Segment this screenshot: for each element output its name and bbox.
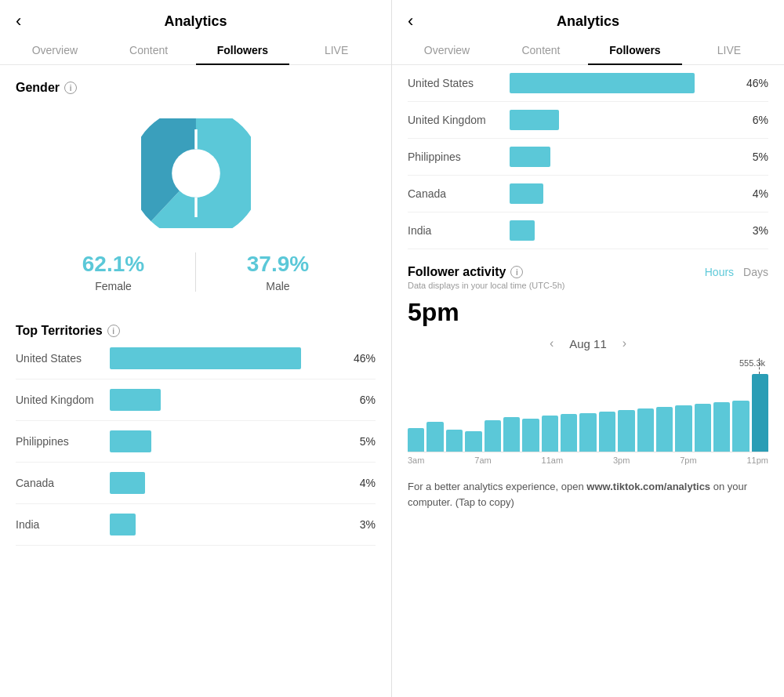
- pie-chart: [141, 118, 251, 228]
- left-panel: ‹ Analytics Overview Content Followers L…: [0, 0, 392, 697]
- chart-x-label: 3pm: [613, 456, 630, 465]
- chart-bar: [426, 422, 443, 452]
- right-territory-bar-container: [510, 110, 735, 130]
- right-tabs: Overview Content Followers LIVE: [392, 36, 784, 65]
- territory-bar-container: [110, 472, 343, 494]
- chart-bar: [732, 401, 749, 452]
- date-nav: ‹ Aug 11 ›: [392, 332, 784, 355]
- male-stat: 37.9% Male: [196, 252, 360, 292]
- territory-bar-container: [110, 347, 343, 369]
- tab-overview-right[interactable]: Overview: [400, 36, 494, 64]
- gender-section-title: Gender i: [0, 65, 391, 95]
- tab-content-right[interactable]: Content: [494, 36, 588, 64]
- right-territory-bar: [510, 147, 550, 167]
- territory-percent: 6%: [350, 394, 376, 406]
- chart-bar: [675, 405, 691, 452]
- territory-percent: 5%: [350, 435, 376, 448]
- right-territory-bar-container: [510, 147, 735, 167]
- toggle-days-button[interactable]: Days: [743, 266, 768, 278]
- territory-name: United Kingdom: [16, 394, 102, 406]
- footer-link: www.tiktok.com/analytics: [586, 481, 710, 492]
- activity-header: Follower activity i Hours Days: [408, 265, 768, 279]
- territory-bar: [110, 347, 301, 369]
- right-panel: ‹ Analytics Overview Content Followers L…: [392, 0, 784, 697]
- time-display: 5pm: [392, 290, 784, 332]
- male-label: Male: [196, 280, 360, 292]
- gender-stats: 62.1% Female 37.9% Male: [0, 244, 391, 308]
- territory-percent: 3%: [350, 518, 376, 531]
- territory-name: United States: [16, 352, 102, 365]
- activity-toggle: Hours Days: [705, 266, 768, 278]
- pie-chart-container: [0, 95, 391, 244]
- right-territory-percent: 46%: [743, 77, 768, 89]
- tab-followers-right[interactable]: Followers: [588, 36, 682, 64]
- territories-section-title: Top Territories i: [0, 308, 391, 338]
- tab-followers-left[interactable]: Followers: [196, 36, 290, 64]
- right-territory-name: Philippines: [408, 151, 502, 163]
- date-next-button[interactable]: ›: [622, 336, 626, 350]
- territories-info-icon[interactable]: i: [107, 325, 120, 337]
- territory-bar: [110, 472, 145, 494]
- tab-content-left[interactable]: Content: [102, 36, 196, 64]
- right-territory-name: United Kingdom: [408, 114, 502, 126]
- chart-bar: [503, 417, 520, 452]
- tab-live-left[interactable]: LIVE: [289, 36, 383, 64]
- right-territory-percent: 4%: [743, 187, 768, 200]
- tab-live-right[interactable]: LIVE: [682, 36, 776, 64]
- svg-point-2: [172, 149, 220, 198]
- right-header: ‹ Analytics: [392, 0, 784, 36]
- territory-bar-container: [110, 514, 343, 535]
- chart-bar: [465, 431, 481, 452]
- right-back-button[interactable]: ‹: [408, 13, 413, 30]
- left-page-title: Analytics: [164, 13, 227, 30]
- territories-list: United States 46% United Kingdom 6% Phil…: [0, 338, 391, 546]
- territory-bar-container: [110, 389, 343, 411]
- right-territories-list: United States 46% United Kingdom 6% Phil…: [392, 65, 784, 249]
- chart-bar: [579, 413, 596, 452]
- territory-bar-container: [110, 430, 343, 452]
- chart-x-label: 7am: [474, 456, 491, 465]
- chart-bar: [542, 416, 558, 452]
- chart-bar: [522, 419, 539, 452]
- territory-row: United States 46%: [16, 338, 376, 379]
- chart-bar: [561, 414, 577, 452]
- gender-info-icon[interactable]: i: [64, 82, 77, 94]
- territory-row: India 3%: [16, 504, 376, 546]
- right-territory-percent: 6%: [743, 114, 768, 126]
- follower-activity-section: Follower activity i Hours Days Data disp…: [392, 249, 784, 290]
- chart-bar: [446, 430, 463, 452]
- female-label: Female: [31, 280, 195, 292]
- chart-bar: [637, 408, 654, 452]
- right-territory-bar-container: [510, 183, 735, 204]
- right-page-title: Analytics: [557, 13, 619, 30]
- footer-note: For a better analytics experience, open …: [392, 468, 784, 521]
- left-tabs: Overview Content Followers LIVE: [0, 36, 391, 65]
- territory-row: Philippines 5%: [16, 421, 376, 463]
- chart-bars: [408, 358, 768, 452]
- chart-bar: [656, 407, 673, 452]
- toggle-hours-button[interactable]: Hours: [705, 266, 734, 278]
- female-stat: 62.1% Female: [31, 252, 195, 292]
- territory-bar: [110, 389, 161, 411]
- chart-bar: [485, 420, 501, 452]
- left-header: ‹ Analytics: [0, 0, 391, 36]
- chart-bar: [752, 374, 768, 452]
- tab-overview-left[interactable]: Overview: [8, 36, 102, 64]
- right-territory-row: Philippines 5%: [408, 139, 768, 176]
- right-territory-row: Canada 4%: [408, 176, 768, 212]
- territory-bar: [110, 430, 151, 452]
- right-territory-name: Canada: [408, 187, 502, 200]
- activity-info-icon[interactable]: i: [510, 266, 523, 278]
- date-label: Aug 11: [569, 337, 607, 350]
- left-back-button[interactable]: ‹: [16, 13, 21, 30]
- right-territory-bar-container: [510, 73, 735, 93]
- activity-title: Follower activity: [408, 265, 506, 279]
- territory-name: Canada: [16, 477, 102, 489]
- right-territory-bar: [510, 110, 559, 130]
- chart-x-labels: 3am7am11am3pm7pm11pm: [408, 452, 768, 468]
- right-territory-bar-container: [510, 220, 735, 241]
- right-territory-percent: 3%: [743, 224, 768, 237]
- territory-percent: 46%: [350, 352, 376, 365]
- right-territory-row: United States 46%: [408, 65, 768, 102]
- date-prev-button[interactable]: ‹: [550, 336, 554, 350]
